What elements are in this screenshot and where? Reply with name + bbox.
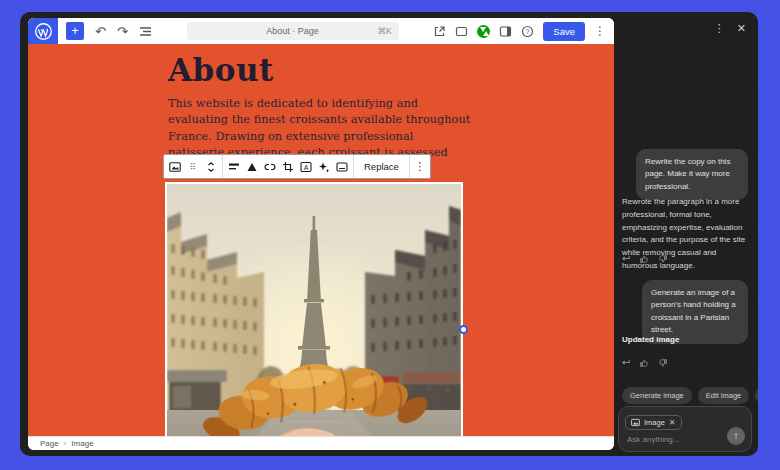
message-feedback-row: ↩ [622,357,668,368]
save-button[interactable]: Save [543,22,585,41]
document-title: About · Page [266,26,319,36]
help-icon[interactable]: ? [521,25,534,38]
breadcrumb-bar: Page › Image [28,436,614,450]
redo-icon[interactable]: ↷ [117,25,128,38]
ai-sparkle-icon[interactable] [315,155,333,178]
panel-options-icon[interactable]: ⋮ [714,22,725,35]
image-attachment-chip[interactable]: Image ✕ [625,415,682,430]
editor-canvas[interactable]: About This website is dedicated to ident… [28,44,614,436]
crop-icon[interactable] [279,155,297,178]
remove-background-chip[interactable]: Remove b [755,387,758,404]
drag-handle-icon[interactable]: ⠿ [184,155,202,178]
generate-image-chip[interactable]: Generate image [622,387,692,404]
duotone-filter-icon[interactable] [243,155,261,178]
thumbs-up-icon[interactable] [639,358,649,368]
text-over-image-icon[interactable]: A [297,155,315,178]
move-block-icon[interactable] [202,155,220,178]
comments-icon[interactable] [455,25,468,38]
remove-attachment-icon[interactable]: ✕ [669,418,676,427]
ask-anything-input[interactable] [627,435,707,444]
page-title-heading[interactable]: About [168,52,274,88]
thumbs-down-icon[interactable] [658,358,668,368]
assistant-status-message: Updated image [622,334,754,347]
svg-text:?: ? [526,28,530,35]
editor-options-icon[interactable]: ⋮ [594,24,606,38]
svg-text:A: A [304,163,309,170]
command-palette-button[interactable]: About · Page ⌘K [187,22,399,40]
block-options-group: ⋮ [410,155,430,178]
panel-controls: ⋮ ✕ [714,22,746,35]
image-resize-handle[interactable] [459,325,468,334]
editor-top-toolbar: + ↶ ↷ About · Page ⌘K [28,18,614,44]
attachment-label: Image [644,418,665,427]
desktop-background: + ↶ ↷ About · Page ⌘K [0,0,780,470]
jetpack-ai-icon[interactable] [477,25,490,38]
undo-icon[interactable]: ↶ [95,25,106,38]
link-icon[interactable] [261,155,279,178]
message-feedback-row: ↩ [622,253,668,264]
breadcrumb-page[interactable]: Page [40,439,59,448]
toolbar-right-group: ? Save ⋮ [433,22,614,41]
app-window: + ↶ ↷ About · Page ⌘K [20,12,758,456]
list-view-icon[interactable] [139,25,152,38]
view-site-icon[interactable] [433,25,446,38]
block-options-icon[interactable]: ⋮ [412,160,428,173]
block-controls-group: ⠿ [164,155,223,178]
croissant-paris-photo [167,184,461,436]
send-button[interactable]: ↑ [727,427,745,445]
document-bar-wrap: About · Page ⌘K [152,22,434,40]
wordpress-logo-icon[interactable] [28,18,58,44]
replace-group: Replace [354,155,410,178]
thumbs-up-icon[interactable] [639,254,649,264]
image-block-toolbar: ⠿ [163,154,431,179]
suggestion-chips-row: Generate image Edit image Remove b [622,387,758,404]
settings-sidebar-icon[interactable] [499,25,512,38]
user-message-bubble: Rewrite the copy on this page. Make it w… [636,149,748,200]
croissant-photo-block[interactable] [165,182,463,436]
caption-icon[interactable] [333,155,351,178]
ai-assistant-panel: ⋮ ✕ Rewrite the copy on this page. Make … [614,12,758,456]
command-shortcut: ⌘K [377,26,391,36]
panel-close-icon[interactable]: ✕ [737,22,746,35]
wordpress-editor: + ↶ ↷ About · Page ⌘K [28,18,614,450]
block-inserter-button[interactable]: + [66,22,84,40]
image-attachment-icon [631,418,640,427]
edit-image-chip[interactable]: Edit image [698,387,749,404]
align-icon[interactable] [225,155,243,178]
breadcrumb-separator: › [64,439,67,448]
breadcrumb-image[interactable]: Image [71,439,93,448]
replace-button[interactable]: Replace [356,161,407,172]
undo-response-icon[interactable]: ↩ [622,253,630,264]
undo-response-icon[interactable]: ↩ [622,357,630,368]
image-block-type-icon[interactable] [166,155,184,178]
ai-composer: Image ✕ ↑ [618,406,752,452]
image-tools-group: A [223,155,354,178]
thumbs-down-icon[interactable] [658,254,668,264]
